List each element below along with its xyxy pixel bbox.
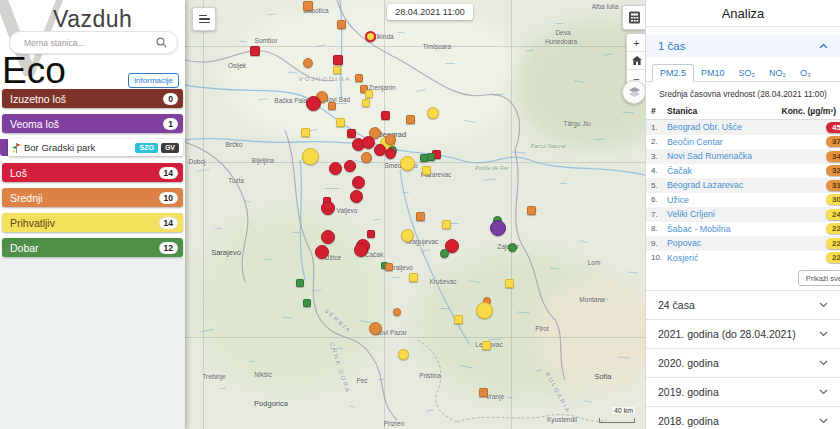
row-station-link[interactable]: Beograd Obr. Ušće	[667, 122, 840, 132]
station-marker[interactable]	[385, 134, 396, 145]
accordion-2019[interactable]: 2019. godina	[646, 377, 840, 406]
expanded-station-item[interactable]: Bor Gradski parkSZOGV	[0, 139, 183, 156]
station-marker[interactable]	[321, 230, 335, 244]
station-marker[interactable]	[385, 263, 393, 271]
station-marker[interactable]	[344, 160, 356, 172]
station-marker[interactable]	[476, 302, 493, 319]
station-marker[interactable]	[328, 102, 336, 110]
station-marker[interactable]	[409, 273, 418, 282]
station-marker[interactable]	[296, 279, 304, 287]
station-marker[interactable]	[333, 66, 341, 74]
station-marker[interactable]	[454, 315, 463, 324]
search-input[interactable]	[10, 38, 156, 48]
accordion-2018[interactable]: 2018. godina	[646, 406, 840, 429]
station-marker[interactable]	[442, 220, 451, 229]
station-marker[interactable]	[406, 115, 415, 124]
tab-o[interactable]: O₃	[793, 65, 818, 81]
station-marker[interactable]	[365, 31, 376, 42]
accordion-2021[interactable]: 2021. godina (do 28.04.2021)	[646, 319, 840, 348]
map-place-label: Brčko	[226, 141, 243, 148]
date-time-selector[interactable]: 28.04.2021 11:00	[387, 4, 473, 20]
row-station-link[interactable]: Veliki Crljeni	[667, 209, 840, 219]
station-marker[interactable]	[350, 190, 363, 203]
map-place-label: Vranje	[486, 393, 505, 400]
station-marker[interactable]	[398, 349, 409, 360]
station-marker[interactable]	[354, 243, 368, 257]
home-button[interactable]	[627, 52, 645, 70]
station-marker[interactable]	[482, 341, 491, 350]
row-station-link[interactable]: Novi Sad Rumenačka	[667, 151, 840, 161]
tab-pm10[interactable]: PM10	[694, 65, 732, 81]
station-marker[interactable]	[440, 249, 449, 258]
tab-so[interactable]: SO₂	[732, 65, 763, 81]
station-marker[interactable]	[365, 90, 373, 98]
row-station-link[interactable]: Beograd Lazarevac	[667, 180, 840, 190]
station-marker[interactable]	[306, 96, 321, 111]
station-marker[interactable]	[401, 229, 414, 242]
station-marker[interactable]	[302, 148, 319, 165]
row-rank: 2.	[646, 137, 667, 146]
row-station-link[interactable]: Kosjerić	[667, 253, 840, 263]
layers-button[interactable]	[622, 80, 645, 104]
station-marker[interactable]	[367, 230, 375, 238]
station-marker[interactable]	[381, 111, 390, 120]
category-bar[interactable]: Prihvatljiv14	[2, 213, 183, 232]
station-marker[interactable]	[303, 299, 311, 307]
row-rank: 1.	[646, 123, 667, 132]
station-marker[interactable]	[347, 129, 356, 138]
station-marker[interactable]	[427, 107, 439, 119]
category-bar[interactable]: Izuzetno loš0	[2, 89, 183, 108]
station-marker[interactable]	[301, 128, 310, 137]
map-canvas[interactable]: OsijekSomborSuboticaKikindaBačka Palanka…	[185, 0, 645, 429]
station-marker[interactable]	[321, 201, 335, 215]
station-marker[interactable]	[250, 46, 260, 56]
station-marker[interactable]	[479, 388, 488, 397]
station-marker[interactable]	[361, 152, 372, 163]
row-station-link[interactable]: Šabac - Mobilna	[667, 224, 840, 234]
category-bar[interactable]: Loš14	[2, 163, 183, 182]
station-marker[interactable]	[362, 99, 370, 107]
station-marker[interactable]	[355, 74, 363, 82]
station-marker[interactable]	[352, 176, 365, 189]
station-marker[interactable]	[333, 55, 343, 65]
map-tools-button[interactable]	[622, 5, 645, 30]
station-marker[interactable]	[369, 322, 382, 335]
category-bar[interactable]: Srednji10	[2, 188, 183, 207]
accordion-2020[interactable]: 2020. godina	[646, 348, 840, 377]
accordion-24[interactable]: 24 časa	[646, 290, 840, 319]
table-row: 2.Beočin Centar37	[646, 135, 840, 150]
station-marker[interactable]	[362, 136, 375, 149]
row-value-badge: 22	[826, 223, 840, 234]
station-marker[interactable]	[315, 245, 329, 259]
show-all-button[interactable]: Prikaži sve	[798, 270, 840, 286]
row-station-link[interactable]: Popovac	[667, 238, 840, 248]
col-rank: #	[646, 106, 667, 116]
row-station-link[interactable]: Čačak	[667, 166, 840, 176]
tab-pm25[interactable]: PM2.5	[652, 64, 694, 82]
station-marker[interactable]	[416, 212, 425, 221]
station-marker[interactable]	[527, 206, 536, 215]
category-bar[interactable]: Dobar12	[2, 238, 183, 257]
legend-menu-button[interactable]	[192, 7, 216, 31]
station-marker[interactable]	[400, 156, 415, 171]
station-marker[interactable]	[393, 308, 401, 316]
station-marker[interactable]	[427, 153, 435, 161]
station-marker[interactable]	[422, 166, 431, 175]
zoom-in-button[interactable]: +	[627, 34, 645, 52]
tab-no[interactable]: NO₂	[762, 65, 793, 81]
station-marker[interactable]	[505, 279, 514, 288]
station-marker[interactable]	[329, 162, 342, 175]
station-marker[interactable]	[508, 243, 517, 252]
station-marker[interactable]	[337, 20, 346, 29]
category-bar[interactable]: Veoma loš1	[2, 114, 183, 133]
station-marker[interactable]	[336, 118, 345, 127]
search-icon[interactable]	[156, 37, 167, 48]
row-station-link[interactable]: Užice	[667, 195, 840, 205]
section-1h-header[interactable]: 1 čas	[646, 35, 840, 57]
row-station-link[interactable]: Beočin Centar	[667, 137, 840, 147]
station-marker[interactable]	[385, 148, 396, 159]
station-marker[interactable]	[303, 58, 313, 68]
station-marker[interactable]	[490, 220, 506, 236]
info-button[interactable]: Informacije	[128, 73, 179, 88]
station-marker[interactable]	[303, 1, 313, 11]
